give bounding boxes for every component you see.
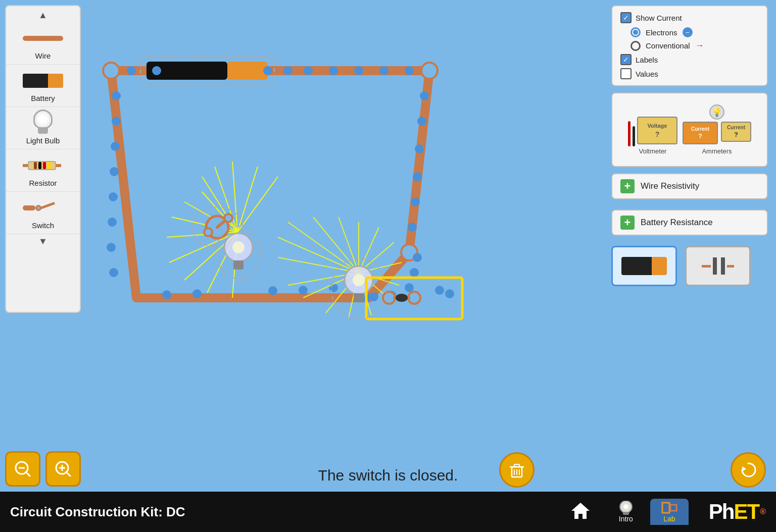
svg-point-85 — [396, 294, 408, 302]
svg-point-19 — [413, 172, 422, 181]
svg-point-33 — [299, 286, 308, 295]
values-checkbox[interactable] — [620, 68, 632, 79]
svg-point-80 — [353, 274, 365, 286]
component-sidebar: ▲ Wire Battery Light Bulb — [5, 5, 81, 313]
delete-button[interactable] — [499, 452, 535, 488]
home-button[interactable] — [569, 500, 592, 524]
refresh-button[interactable] — [731, 452, 766, 488]
sidebar-item-light-bulb[interactable]: Light Bulb — [6, 107, 80, 149]
svg-point-20 — [411, 197, 420, 206]
wire-icon — [20, 26, 66, 50]
svg-point-26 — [109, 192, 118, 201]
svg-point-37 — [405, 283, 414, 292]
sidebar-up-arrow[interactable]: ▲ — [33, 8, 53, 22]
svg-point-9 — [263, 66, 272, 75]
svg-point-8 — [152, 66, 161, 75]
svg-point-71 — [224, 214, 232, 222]
svg-point-25 — [110, 167, 119, 176]
battery-resistance-panel[interactable]: + Battery Resistance — [611, 209, 768, 236]
svg-point-23 — [112, 117, 121, 126]
battery-icon — [20, 69, 66, 93]
tab-intro[interactable]: Intro — [607, 499, 645, 525]
svg-marker-103 — [742, 466, 746, 471]
svg-marker-104 — [571, 503, 590, 519]
svg-point-31 — [192, 289, 202, 298]
zoom-in-button[interactable] — [45, 451, 81, 487]
values-label: Values — [636, 70, 658, 78]
sidebar-item-switch[interactable]: Switch — [6, 192, 80, 234]
svg-point-86 — [369, 292, 378, 301]
svg-point-76 — [232, 241, 245, 253]
wire-resistivity-panel[interactable]: + Wire Resistivity — [611, 173, 768, 199]
conventional-radio[interactable] — [630, 41, 641, 51]
light-bulb-icon — [20, 111, 66, 135]
ammeter1-image[interactable]: Current? — [683, 122, 718, 144]
svg-rect-75 — [233, 260, 244, 270]
refresh-icon — [739, 460, 758, 480]
voltmeter-group: Voltage? Voltmeter — [628, 117, 677, 155]
svg-point-10 — [283, 66, 293, 75]
phet-logo: Ph ET ® — [709, 500, 766, 524]
lab-tab-label: Lab — [663, 515, 675, 523]
sidebar-item-resistor[interactable]: Resistor — [6, 149, 80, 192]
bottom-bar: Circuit Construction Kit: DC Intro — [0, 492, 776, 532]
svg-point-4 — [103, 63, 119, 79]
intro-tab-label: Intro — [619, 515, 633, 523]
svg-point-12 — [329, 66, 338, 75]
svg-point-13 — [354, 66, 363, 75]
battery-resistance-label: Battery Resistance — [641, 218, 713, 228]
svg-point-29 — [109, 268, 118, 277]
voltmeter-image[interactable]: Voltage? — [637, 117, 677, 144]
electrons-label: Electrons — [646, 28, 677, 37]
capacitor-thumb-button[interactable] — [685, 246, 751, 286]
ammeters-group: 💡 Current? Current? Ammeters — [683, 104, 751, 155]
tab-lab[interactable]: Lab — [650, 499, 689, 525]
svg-point-27 — [108, 218, 117, 227]
svg-point-7 — [127, 66, 136, 75]
battery-resistance-plus-icon: + — [620, 216, 635, 230]
switch-icon — [20, 196, 66, 220]
show-current-panel: ✓ Show Current Electrons – Conventional … — [611, 5, 768, 86]
svg-point-87 — [435, 286, 444, 295]
resistor-label: Resistor — [29, 179, 57, 187]
nav-tabs: Intro Lab — [607, 499, 689, 525]
svg-point-72 — [204, 228, 212, 236]
labels-label: Labels — [636, 56, 658, 64]
svg-point-21 — [408, 223, 417, 232]
zoom-controls — [5, 451, 81, 487]
app-title: Circuit Construction Kit: DC — [10, 504, 559, 520]
svg-rect-109 — [670, 505, 676, 511]
svg-point-28 — [107, 243, 116, 252]
wire-label: Wire — [35, 51, 51, 60]
capacitor-thumbnail — [700, 256, 736, 276]
circuit-canvas[interactable] — [86, 5, 500, 394]
zoom-out-button[interactable] — [5, 451, 40, 487]
battery-thumb-button[interactable] — [611, 246, 677, 286]
svg-point-16 — [420, 91, 429, 100]
zoom-out-icon — [14, 460, 32, 478]
svg-point-15 — [405, 66, 414, 75]
svg-point-88 — [445, 289, 454, 298]
component-thumbnails — [611, 246, 768, 286]
light-bulb-label: Light Bulb — [26, 136, 60, 145]
labels-checkbox[interactable]: ✓ — [620, 54, 632, 65]
conventional-label: Conventional — [646, 41, 690, 50]
svg-rect-99 — [514, 464, 519, 467]
svg-point-32 — [268, 286, 277, 295]
svg-point-39 — [413, 253, 422, 262]
voltmeter-label: Voltmeter — [639, 147, 667, 155]
svg-point-14 — [379, 66, 389, 75]
bulb-nav-icon — [617, 501, 635, 515]
battery-thumbnail — [621, 257, 667, 275]
svg-rect-2 — [227, 62, 268, 80]
electrons-radio[interactable] — [630, 27, 641, 37]
show-current-checkbox[interactable]: ✓ — [620, 12, 632, 23]
sidebar-item-wire[interactable]: Wire — [6, 22, 80, 65]
sidebar-item-battery[interactable]: Battery — [6, 65, 80, 107]
sidebar-down-arrow[interactable]: ▼ — [33, 234, 53, 248]
home-icon — [569, 500, 592, 522]
svg-point-24 — [111, 142, 120, 151]
svg-point-18 — [415, 144, 424, 153]
ammeter2-image[interactable]: Current? — [721, 122, 751, 142]
circuit-nav-icon — [660, 501, 678, 515]
